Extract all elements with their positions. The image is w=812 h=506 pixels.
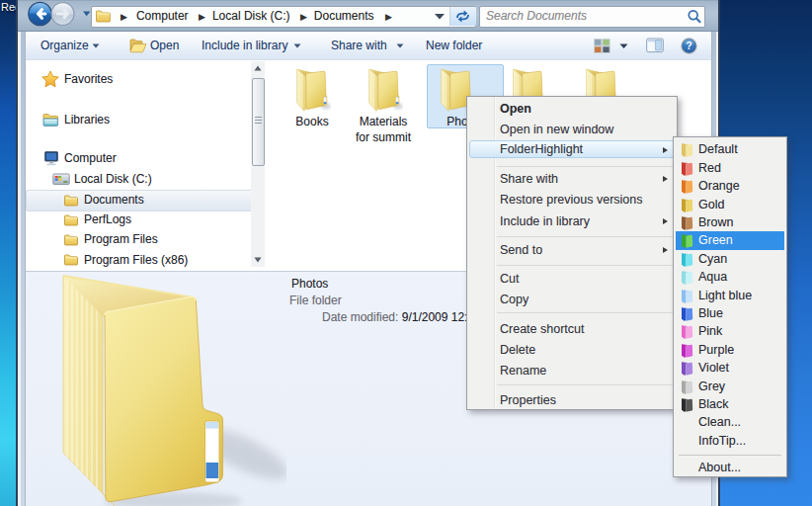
svg-text:?: ? [686,40,691,51]
